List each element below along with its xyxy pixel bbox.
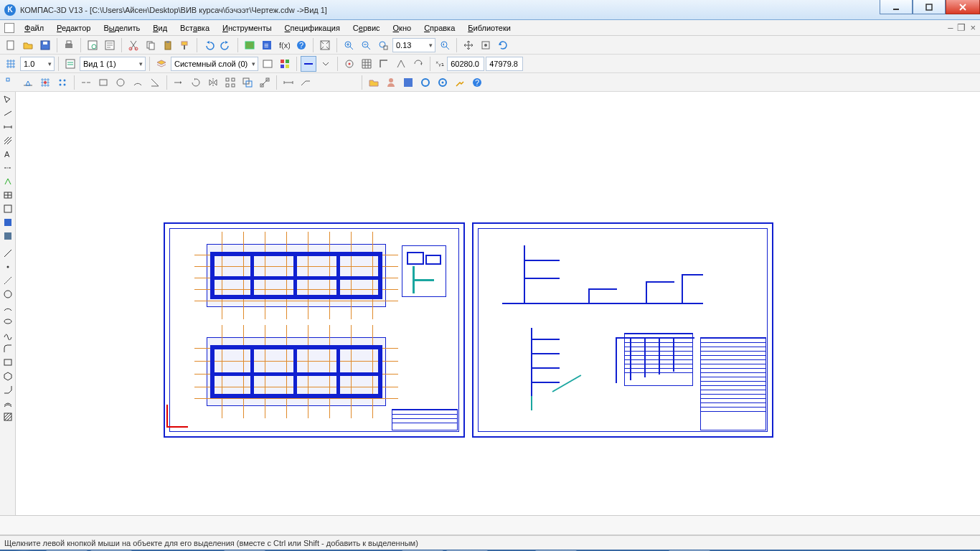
print-button[interactable] — [61, 37, 77, 53]
snap-node-button[interactable] — [55, 75, 70, 90]
dim-tool[interactable] — [1, 121, 15, 133]
scale-combo[interactable]: 1.0 — [20, 57, 55, 71]
table-tool[interactable] — [1, 189, 15, 202]
edit-trim-button[interactable] — [147, 75, 163, 90]
layers-button[interactable] — [154, 56, 169, 72]
zoom-area-button[interactable] — [375, 37, 391, 53]
edit-circle-button[interactable] — [113, 75, 128, 90]
coord-x-field[interactable]: 60280.0 — [447, 57, 484, 71]
menu-window[interactable]: Окно — [387, 22, 418, 34]
array-button[interactable] — [222, 75, 238, 90]
move-button[interactable] — [171, 75, 187, 90]
mirror-button[interactable] — [205, 75, 221, 90]
zoom-out-button[interactable] — [358, 37, 374, 53]
drawing-canvas[interactable] — [16, 92, 980, 515]
lib-open-button[interactable] — [366, 75, 382, 90]
layer-colors-button[interactable] — [277, 56, 293, 72]
menu-service[interactable]: Сервис — [347, 22, 386, 34]
rotate-button[interactable] — [188, 75, 204, 90]
dimension-button[interactable] — [281, 75, 296, 90]
localcs-button[interactable] — [393, 56, 409, 72]
roughness-tool[interactable] — [1, 175, 15, 188]
spline-tool[interactable] — [1, 329, 15, 342]
zoom-prev-button[interactable] — [437, 37, 453, 53]
minimize-button[interactable] — [880, 0, 913, 14]
refresh-button[interactable] — [495, 37, 511, 53]
circle-tool[interactable] — [1, 288, 15, 301]
rotate-view-button[interactable] — [478, 37, 494, 53]
line-tool[interactable] — [1, 247, 15, 260]
menu-libs[interactable]: Библиотеки — [462, 22, 517, 34]
library-mgr-button[interactable] — [242, 37, 258, 53]
layer-props-button[interactable] — [260, 56, 275, 72]
aux-line-tool[interactable] — [1, 274, 15, 287]
cursor-tool[interactable] — [1, 93, 15, 106]
properties-button[interactable] — [102, 37, 118, 53]
menu-help[interactable]: Справка — [418, 22, 461, 34]
preview-button[interactable] — [85, 37, 100, 53]
open-button[interactable] — [20, 37, 36, 53]
menu-edit[interactable]: Редактор — [51, 22, 96, 34]
function-button[interactable]: f(x) — [276, 37, 292, 53]
close-button[interactable] — [946, 0, 980, 14]
text-tool[interactable]: A — [1, 148, 15, 161]
new-doc-button[interactable] — [3, 37, 19, 53]
save-button[interactable] — [37, 37, 53, 53]
menu-view[interactable]: Вид — [147, 22, 173, 34]
fillet-tool[interactable] — [1, 342, 15, 355]
undo-button[interactable] — [201, 37, 217, 53]
lib-gear2-button[interactable] — [435, 75, 451, 90]
paste-button[interactable] — [160, 37, 176, 53]
hatch2-tool[interactable] — [1, 410, 15, 423]
leader-button[interactable] — [298, 75, 314, 90]
mdi-close-button[interactable]: × — [970, 23, 976, 32]
linestyle-drop-button[interactable] — [318, 56, 334, 72]
lib-settings-button[interactable] — [452, 75, 468, 90]
format-paint-button[interactable] — [177, 37, 193, 53]
polygon-tool[interactable] — [1, 369, 15, 382]
copy-button[interactable] — [143, 37, 159, 53]
edit-tool[interactable] — [1, 202, 15, 215]
snap-toggle-button[interactable] — [341, 56, 357, 72]
equidist-tool[interactable] — [1, 397, 15, 410]
layer-combo[interactable]: Системный слой (0) — [171, 57, 258, 71]
mdi-restore-button[interactable]: ❐ — [957, 23, 966, 32]
menu-spec[interactable]: Спецификация — [279, 22, 346, 34]
ortho-button[interactable] — [376, 56, 392, 72]
edit-break-button[interactable] — [78, 75, 94, 90]
geometry-tool[interactable] — [1, 107, 15, 120]
menu-tools[interactable]: Инструменты — [217, 22, 278, 34]
menu-insert[interactable]: Вставка — [174, 22, 215, 34]
mdi-doc-icon[interactable] — [4, 23, 14, 33]
linestyle-button[interactable] — [301, 56, 316, 72]
ellipse-tool[interactable] — [1, 315, 15, 328]
contour-tool[interactable] — [1, 383, 15, 396]
menu-file[interactable]: Файл — [19, 22, 50, 34]
pan-button[interactable] — [461, 37, 476, 53]
snap-end-button[interactable] — [3, 75, 19, 90]
offset-button[interactable] — [240, 75, 255, 90]
redo-button[interactable] — [218, 37, 234, 53]
property-panel[interactable] — [0, 515, 980, 535]
roundtrip-button[interactable] — [410, 56, 426, 72]
coord-y-field[interactable]: 47979.8 — [486, 57, 523, 71]
param-tool[interactable] — [1, 216, 15, 229]
point-tool[interactable] — [1, 260, 15, 273]
fit-window-button[interactable] — [317, 37, 333, 53]
lib-help-button[interactable]: ? — [469, 75, 485, 90]
grid-toggle-button[interactable] — [359, 56, 374, 72]
variables-button[interactable]: ≡ — [259, 37, 275, 53]
menu-select[interactable]: Выделить — [98, 22, 146, 34]
view-list-button[interactable] — [62, 56, 78, 72]
lib-tree-button[interactable] — [400, 75, 416, 90]
snap-mid-button[interactable] — [20, 75, 36, 90]
cut-button[interactable] — [126, 37, 141, 53]
snap-grid-button[interactable] — [3, 56, 19, 72]
rect-tool[interactable] — [1, 356, 15, 369]
scale-button[interactable] — [257, 75, 273, 90]
hatch-tool[interactable] — [1, 134, 15, 147]
edit-arc-button[interactable] — [130, 75, 146, 90]
mdi-minimize-button[interactable]: – — [948, 23, 953, 32]
lib-person-button[interactable] — [383, 75, 399, 90]
edit-rect-button[interactable] — [95, 75, 111, 90]
